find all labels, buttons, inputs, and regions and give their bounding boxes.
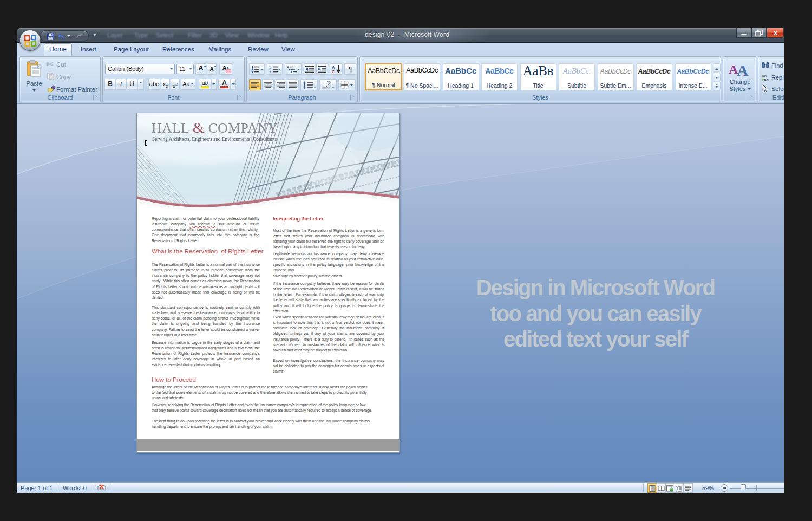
svg-text:x: x [774, 29, 778, 37]
svg-text:ac: ac [764, 77, 769, 82]
svg-text:3: 3 [269, 70, 271, 73]
svg-text:Z: Z [332, 69, 335, 73]
